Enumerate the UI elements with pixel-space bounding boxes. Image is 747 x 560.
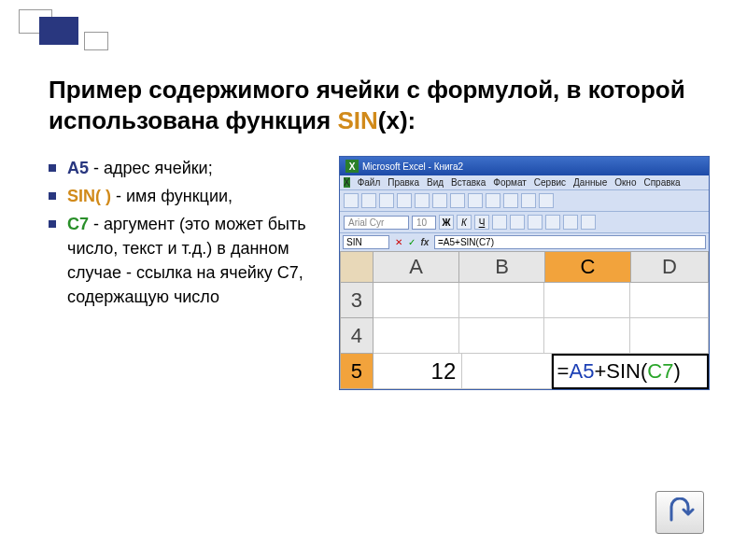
- formula-bar: SIN ✕ ✓ fx =A5+SIN(C7): [340, 232, 709, 251]
- toolbar-button[interactable]: [545, 215, 560, 230]
- cell-d3[interactable]: [630, 283, 709, 318]
- toolbar-button[interactable]: [468, 193, 483, 208]
- slide-title: Пример содержимого ячейки с формулой, в …: [49, 75, 710, 135]
- cell-a3[interactable]: [374, 283, 459, 318]
- col-header-c[interactable]: C: [545, 251, 631, 283]
- spreadsheet-grid: A B C D 3 4: [340, 251, 709, 389]
- return-icon: [664, 497, 696, 527]
- bullet-a5-key: А5: [67, 159, 89, 177]
- col-header-a[interactable]: A: [374, 251, 459, 283]
- menu-tools[interactable]: Сервис: [534, 177, 566, 188]
- menu-insert[interactable]: Вставка: [451, 177, 486, 188]
- bold-button[interactable]: Ж: [439, 215, 454, 230]
- cell-a5[interactable]: 12: [374, 354, 462, 389]
- cell-c5-editing[interactable]: =A5+SIN(C7): [552, 354, 709, 389]
- font-selector[interactable]: Arial Cyr: [344, 216, 409, 230]
- menu-view[interactable]: Вид: [427, 177, 444, 188]
- cell-b4[interactable]: [459, 318, 545, 354]
- size-selector[interactable]: 10: [412, 216, 436, 230]
- excel-menubar: X Файл Правка Вид Вставка Формат Сервис …: [340, 175, 709, 189]
- col-header-d[interactable]: D: [631, 251, 709, 283]
- bullet-a5-text: - адрес ячейки;: [89, 159, 213, 177]
- slide: Пример содержимого ячейки с формулой, в …: [0, 0, 747, 560]
- select-all-corner[interactable]: [340, 251, 374, 283]
- name-box[interactable]: SIN: [343, 235, 389, 249]
- return-button[interactable]: [655, 491, 704, 534]
- row-header-5[interactable]: 5: [340, 354, 374, 389]
- toolbar-button[interactable]: [361, 193, 376, 208]
- bullet-c7: С7 - аргумент (это может быть число, тек…: [49, 212, 322, 309]
- excel-toolbar-2: Arial Cyr 10 Ж К Ч: [340, 211, 709, 232]
- menu-window[interactable]: Окно: [614, 177, 636, 188]
- menu-format[interactable]: Формат: [493, 177, 527, 188]
- excel-title: Microsoft Excel - Книга2: [362, 161, 463, 172]
- bullet-list: А5 - адрес ячейки; SIN( ) - имя функции,…: [49, 156, 322, 314]
- title-function: SIN: [337, 106, 377, 134]
- toolbar-button[interactable]: [344, 193, 359, 208]
- cell-a4[interactable]: [374, 318, 459, 354]
- toolbar-button[interactable]: [581, 215, 596, 230]
- toolbar-button[interactable]: [415, 193, 430, 208]
- fx-icon[interactable]: fx: [419, 237, 430, 248]
- toolbar-button[interactable]: [450, 193, 465, 208]
- toolbar-button[interactable]: [521, 193, 536, 208]
- bullet-c7-key: С7: [67, 215, 89, 233]
- toolbar-button[interactable]: [379, 193, 394, 208]
- toolbar-button[interactable]: [486, 193, 500, 208]
- excel-titlebar: X Microsoft Excel - Книга2: [340, 157, 709, 175]
- toolbar-button[interactable]: [492, 215, 507, 230]
- row-header-3[interactable]: 3: [340, 283, 374, 318]
- toolbar-button[interactable]: [528, 215, 543, 230]
- bullet-sin-text: - имя функции,: [111, 187, 233, 205]
- bullet-sin: SIN( ) - имя функции,: [49, 184, 322, 208]
- toolbar-button[interactable]: [432, 193, 447, 208]
- bullet-sin-key: SIN( ): [67, 187, 111, 205]
- underline-button[interactable]: Ч: [474, 215, 489, 230]
- cell-b5[interactable]: [462, 354, 551, 389]
- row-header-4[interactable]: 4: [340, 318, 374, 354]
- excel-screenshot: X Microsoft Excel - Книга2 X Файл Правка…: [339, 156, 710, 390]
- toolbar-button[interactable]: [503, 193, 518, 208]
- menu-data[interactable]: Данные: [573, 177, 607, 188]
- excel-toolbar-1: [340, 189, 709, 211]
- menu-edit[interactable]: Правка: [388, 177, 419, 188]
- cell-c3[interactable]: [544, 283, 630, 318]
- excel-app-icon: X: [345, 160, 359, 173]
- cell-b3[interactable]: [459, 283, 545, 318]
- toolbar-button[interactable]: [563, 215, 578, 230]
- toolbar-button[interactable]: [397, 193, 412, 208]
- toolbar-button[interactable]: [539, 193, 554, 208]
- cell-d4[interactable]: [630, 318, 709, 354]
- cell-c4[interactable]: [544, 318, 630, 354]
- cancel-icon[interactable]: ✕: [393, 237, 404, 248]
- col-header-b[interactable]: B: [459, 251, 545, 283]
- title-arg: (x):: [378, 106, 416, 134]
- italic-button[interactable]: К: [457, 215, 472, 230]
- toolbar-button[interactable]: [510, 215, 525, 230]
- confirm-icon[interactable]: ✓: [406, 237, 417, 248]
- bullet-a5: А5 - адрес ячейки;: [49, 156, 322, 180]
- excel-doc-icon: X: [344, 177, 350, 188]
- menu-file[interactable]: Файл: [358, 177, 381, 188]
- formula-input[interactable]: =A5+SIN(C7): [434, 235, 706, 249]
- bullet-c7-text: - аргумент (это может быть число, текст …: [67, 215, 306, 306]
- menu-help[interactable]: Справка: [643, 177, 680, 188]
